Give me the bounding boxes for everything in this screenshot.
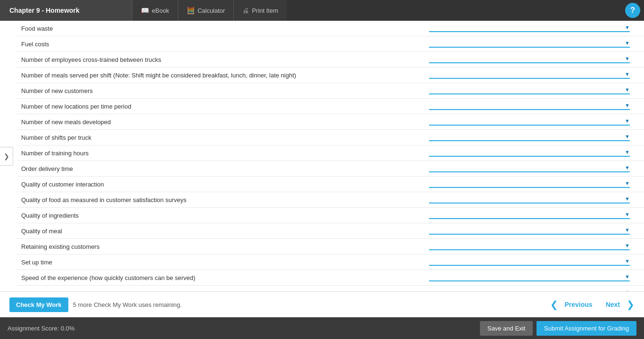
item-dropdown-cell: ▼: [424, 208, 644, 223]
item-dropdown-cell: ▼: [424, 161, 644, 177]
table-row: Speed of the experience (how quickly cus…: [17, 270, 644, 286]
item-dropdown-cell: ▼: [424, 68, 644, 83]
dropdown-arrow-icon: ▼: [625, 40, 630, 46]
items-table: Food waste▼Fuel costs▼Number of employee…: [17, 21, 644, 291]
help-button[interactable]: ?: [625, 3, 640, 18]
item-dropdown-cell: ▼: [424, 99, 644, 114]
assignment-score-label: Assignment Score: 0.0%: [8, 325, 74, 332]
dropdown-arrow-icon: ▼: [625, 196, 630, 202]
submit-button[interactable]: Submit Assignment for Grading: [537, 321, 636, 336]
nav-buttons: ❮ Previous Next ❯: [550, 297, 635, 312]
item-label: Quality of food as measured in customer …: [17, 192, 424, 208]
save-exit-button[interactable]: Save and Exit: [480, 321, 533, 336]
table-row: Quality of food as measured in customer …: [17, 192, 644, 208]
dropdown-arrow-icon: ▼: [625, 212, 630, 217]
dropdown-wrapper[interactable]: ▼: [429, 212, 630, 219]
next-button[interactable]: Next: [599, 297, 627, 312]
dropdown-wrapper[interactable]: ▼: [429, 40, 630, 48]
item-label: Number of training hours: [17, 145, 424, 161]
dropdown-wrapper[interactable]: ▼: [429, 196, 630, 203]
table-row: Number of training hours▼: [17, 145, 644, 161]
print-button[interactable]: 🖨 Print Item: [233, 0, 287, 21]
table-row: Number of new meals developed▼: [17, 114, 644, 130]
item-dropdown-cell: ▼: [424, 192, 644, 208]
dropdown-arrow-icon: ▼: [625, 149, 630, 155]
dropdown-arrow-icon: ▼: [625, 289, 630, 291]
ebook-button[interactable]: 📖 eBook: [132, 0, 178, 21]
table-row: Number of meals served per shift (Note: …: [17, 68, 644, 83]
dropdown-arrow-icon: ▼: [625, 25, 630, 30]
dropdown-wrapper[interactable]: ▼: [429, 274, 630, 281]
item-label: Number of meals served per shift (Note: …: [17, 68, 424, 83]
dropdown-wrapper[interactable]: ▼: [429, 25, 630, 32]
footer-bar: Assignment Score: 0.0% Save and Exit Sub…: [0, 317, 644, 339]
table-row: Set up time▼: [17, 254, 644, 270]
dropdown-arrow-icon: ▼: [625, 243, 630, 248]
dropdown-arrow-icon: ▼: [625, 71, 630, 77]
item-dropdown-cell: ▼: [424, 130, 644, 145]
dropdown-arrow-icon: ▼: [625, 102, 630, 108]
item-label: Time to sell out (how long it takes to s…: [17, 286, 424, 292]
item-dropdown-cell: ▼: [424, 223, 644, 239]
dropdown-wrapper[interactable]: ▼: [429, 87, 630, 94]
top-bar-right: ?: [625, 3, 644, 18]
table-row: Quality of ingredients▼: [17, 208, 644, 223]
dropdown-wrapper[interactable]: ▼: [429, 227, 630, 235]
dropdown-wrapper[interactable]: ▼: [429, 56, 630, 63]
score-value: 0.0%: [61, 325, 75, 332]
calculator-label: Calculator: [198, 7, 225, 14]
ebook-icon: 📖: [141, 7, 149, 14]
item-label: Set up time: [17, 254, 424, 270]
item-dropdown-cell: ▼: [424, 21, 644, 36]
dropdown-arrow-icon: ▼: [625, 227, 630, 233]
page-title: Chapter 9 - Homework: [0, 0, 132, 21]
dropdown-arrow-icon: ▼: [625, 258, 630, 264]
score-label: Assignment Score:: [8, 325, 59, 332]
dropdown-arrow-icon: ▼: [625, 165, 630, 170]
dropdown-wrapper[interactable]: ▼: [429, 102, 630, 110]
item-label: Number of new meals developed: [17, 114, 424, 130]
dropdown-wrapper[interactable]: ▼: [429, 180, 630, 188]
previous-button[interactable]: Previous: [558, 297, 599, 312]
top-bar: Chapter 9 - Homework 📖 eBook 🧮 Calculato…: [0, 0, 644, 21]
dropdown-wrapper[interactable]: ▼: [429, 118, 630, 126]
item-dropdown-cell: ▼: [424, 36, 644, 52]
print-label: Print Item: [252, 7, 278, 14]
calculator-button[interactable]: 🧮 Calculator: [178, 0, 234, 21]
item-label: Number of employees cross-trained betwee…: [17, 52, 424, 68]
dropdown-arrow-icon: ▼: [625, 274, 630, 280]
dropdown-wrapper[interactable]: ▼: [429, 71, 630, 79]
print-icon: 🖨: [242, 7, 249, 14]
item-label: Food waste: [17, 21, 424, 36]
dropdown-wrapper[interactable]: ▼: [429, 149, 630, 157]
remaining-text: 5 more Check My Work uses remaining.: [73, 301, 182, 308]
table-row: Time to sell out (how long it takes to s…: [17, 286, 644, 292]
next-chevron-icon: ❯: [627, 299, 635, 310]
calculator-icon: 🧮: [187, 7, 195, 14]
ebook-label: eBook: [152, 7, 169, 14]
side-toggle-button[interactable]: ❯: [0, 147, 13, 166]
table-row: Number of new customers▼: [17, 83, 644, 99]
table-row: Number of employees cross-trained betwee…: [17, 52, 644, 68]
table-row: Fuel costs▼: [17, 36, 644, 52]
item-label: Quality of ingredients: [17, 208, 424, 223]
chevron-right-icon: ❯: [4, 153, 9, 160]
dropdown-arrow-icon: ▼: [625, 134, 630, 139]
dropdown-wrapper[interactable]: ▼: [429, 258, 630, 266]
dropdown-arrow-icon: ▼: [625, 87, 630, 93]
dropdown-wrapper[interactable]: ▼: [429, 165, 630, 172]
item-dropdown-cell: ▼: [424, 286, 644, 292]
item-dropdown-cell: ▼: [424, 239, 644, 254]
item-label: Retaining existing customers: [17, 239, 424, 254]
table-row: Retaining existing customers▼: [17, 239, 644, 254]
content-area: Food waste▼Fuel costs▼Number of employee…: [0, 21, 644, 291]
table-row: Quality of customer interaction▼: [17, 177, 644, 192]
item-dropdown-cell: ▼: [424, 254, 644, 270]
dropdown-arrow-icon: ▼: [625, 180, 630, 186]
dropdown-wrapper[interactable]: ▼: [429, 243, 630, 250]
dropdown-wrapper[interactable]: ▼: [429, 134, 630, 141]
item-label: Number of new locations per time period: [17, 99, 424, 114]
check-work-button[interactable]: Check My Work: [9, 297, 68, 312]
prev-chevron-icon: ❮: [550, 299, 558, 310]
dropdown-wrapper[interactable]: ▼: [429, 289, 630, 291]
